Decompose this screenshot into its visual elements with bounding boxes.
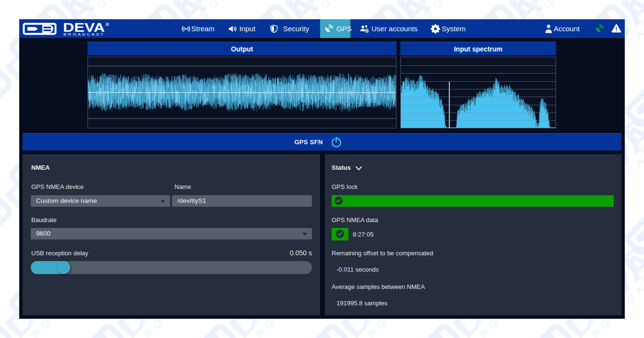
svg-text:BROADCAST: BROADCAST — [63, 32, 105, 37]
